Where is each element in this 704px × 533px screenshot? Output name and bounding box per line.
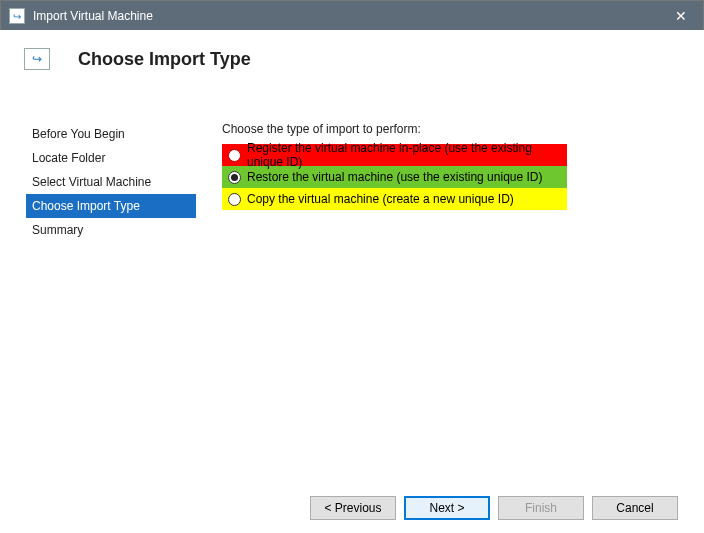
radio-icon [228,193,241,206]
titlebar: ↪ Import Virtual Machine ✕ [1,1,703,31]
nav-item-before-you-begin[interactable]: Before You Begin [26,122,196,146]
page-title: Choose Import Type [78,49,251,70]
finish-button[interactable]: Finish [498,496,584,520]
import-type-prompt: Choose the type of import to perform: [222,122,678,136]
wizard-client: ↪ Choose Import Type Before You Begin Lo… [0,30,704,533]
option-copy[interactable]: Copy the virtual machine (create a new u… [222,188,567,210]
option-label: Copy the virtual machine (create a new u… [247,192,514,206]
close-icon: ✕ [675,8,687,24]
nav-item-choose-import-type[interactable]: Choose Import Type [26,194,196,218]
nav-item-select-vm[interactable]: Select Virtual Machine [26,170,196,194]
option-register-in-place[interactable]: Register the virtual machine in-place (u… [222,144,567,166]
nav-item-summary[interactable]: Summary [26,218,196,242]
previous-button[interactable]: < Previous [310,496,396,520]
option-label: Restore the virtual machine (use the exi… [247,170,542,184]
radio-icon [228,149,241,162]
wizard-body: Before You Begin Locate Folder Select Vi… [0,122,704,483]
close-button[interactable]: ✕ [658,1,703,31]
wizard-header: ↪ Choose Import Type [0,30,704,90]
app-icon: ↪ [9,8,25,24]
cancel-button[interactable]: Cancel [592,496,678,520]
option-restore[interactable]: Restore the virtual machine (use the exi… [222,166,567,188]
wizard-footer: < Previous Next > Finish Cancel [0,483,704,533]
option-label: Register the virtual machine in-place (u… [247,141,561,169]
radio-icon [228,171,241,184]
wizard-nav: Before You Begin Locate Folder Select Vi… [26,122,196,483]
window-title: Import Virtual Machine [33,9,153,23]
wizard-content: Choose the type of import to perform: Re… [196,122,678,483]
next-button[interactable]: Next > [404,496,490,520]
import-icon: ↪ [24,48,50,70]
nav-item-locate-folder[interactable]: Locate Folder [26,146,196,170]
